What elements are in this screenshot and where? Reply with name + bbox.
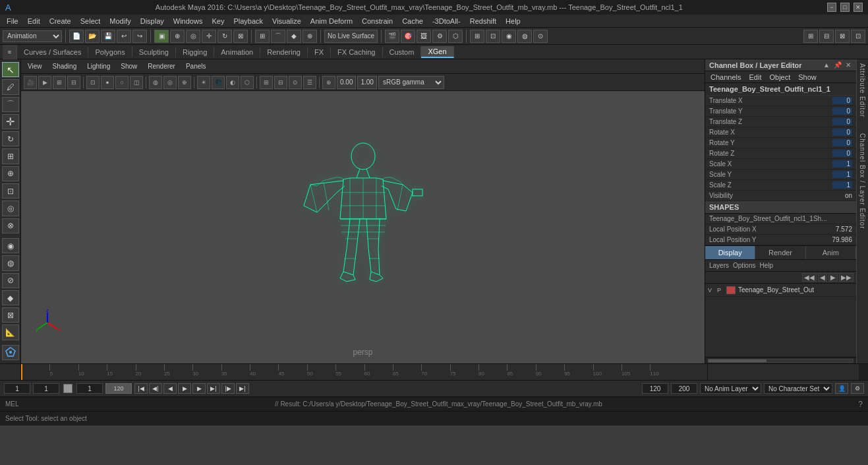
layout-btn-2[interactable]: ⊟ — [819, 30, 834, 43]
tab-anim[interactable]: Anim — [806, 246, 856, 259]
channel-translate-x[interactable]: Translate X 0 — [705, 96, 856, 106]
menu-create[interactable]: Create — [45, 16, 75, 26]
panel-pin-btn[interactable]: 📌 — [832, 61, 843, 69]
channel-visibility[interactable]: Visibility on — [705, 191, 856, 201]
channel-rotate-x[interactable]: Rotate X 0 — [705, 127, 856, 138]
panel-expand-btn[interactable]: ▲ — [822, 61, 831, 69]
window-controls[interactable]: − □ ✕ — [827, 3, 863, 12]
timeline-ruler[interactable]: (function() { const ruler = document.get… — [21, 364, 707, 380]
start-frame-input[interactable] — [4, 383, 30, 394]
pb-play-fwd[interactable]: ▶ — [192, 383, 206, 394]
panel-close-btn[interactable]: ✕ — [844, 61, 852, 69]
menu-constrain[interactable]: Constrain — [358, 16, 397, 26]
animation-preset-select[interactable]: Animation — [3, 30, 62, 42]
smooth-brush-button[interactable]: ◍ — [2, 255, 19, 270]
vi-hdr-btn[interactable]: ⬡ — [241, 76, 254, 89]
lasso-tool-button[interactable]: ⊕ — [170, 30, 185, 43]
ch-translate-y-val[interactable]: 0 — [832, 108, 852, 115]
scale-button[interactable]: ⊞ — [2, 148, 19, 164]
tab-xgen[interactable]: XGen — [421, 46, 453, 58]
snap-surface-button[interactable]: ⊕ — [303, 30, 317, 43]
ch-rotate-z-val[interactable]: 0 — [832, 150, 852, 157]
move-tool-button[interactable]: ✛ — [202, 30, 216, 43]
range-end-input[interactable] — [642, 383, 668, 394]
save-scene-button[interactable]: 💾 — [101, 30, 115, 43]
layout-btn-4[interactable]: ⊡ — [851, 30, 865, 43]
menu-3dtall[interactable]: -3DtoAll- — [428, 16, 465, 26]
vt-view[interactable]: View — [24, 62, 46, 71]
channel-scale-x[interactable]: Scale X 1 — [705, 159, 856, 170]
vi-flat-btn[interactable]: ○ — [115, 76, 129, 89]
vt-renderer[interactable]: Renderer — [144, 62, 179, 71]
vt-shading[interactable]: Shading — [49, 62, 81, 71]
module-tab-icon[interactable]: ≡ — [3, 45, 17, 59]
redo-button[interactable]: ↪ — [132, 30, 147, 43]
tab-animation[interactable]: Animation — [214, 47, 260, 57]
xray-button[interactable]: ◍ — [517, 30, 532, 43]
pb-goto-start[interactable]: |◀ — [134, 383, 148, 394]
menu-redshift[interactable]: Redshift — [466, 16, 500, 26]
settings-btn[interactable]: ⚙ — [851, 383, 864, 394]
no-live-surface-label[interactable]: No Live Surface — [324, 30, 378, 43]
ch-rotate-y-val[interactable]: 0 — [832, 139, 852, 146]
select-mode-button[interactable]: ↖ — [2, 62, 19, 77]
ch-menu-object[interactable]: Object — [767, 73, 793, 82]
menu-display[interactable]: Display — [136, 16, 168, 26]
vi-camera-btn[interactable]: 🎥 — [24, 76, 37, 89]
ch-translate-z-val[interactable]: 0 — [832, 118, 852, 125]
ch-menu-channels[interactable]: Channels — [708, 73, 743, 82]
grid-button[interactable]: ⊞ — [470, 30, 484, 43]
ch-translate-x-val[interactable]: 0 — [832, 97, 852, 104]
ch-menu-show[interactable]: Show — [796, 73, 819, 82]
gamma-select[interactable]: sRGB gamma — [378, 76, 444, 89]
channel-local-pos-x[interactable]: Local Position X 7.572 — [705, 224, 856, 235]
attribute-editor-tab[interactable]: Attribute Editor Channel Box / Layer Edi… — [856, 59, 868, 363]
isolate-button[interactable]: ⊙ — [533, 30, 548, 43]
scale-tool-button[interactable]: ⊠ — [233, 30, 248, 43]
layer-prev-prev-btn[interactable]: ◀◀ — [802, 273, 817, 282]
layer-row-item[interactable]: V P Teenage_Boy_Street_Out — [705, 284, 856, 297]
tab-rendering[interactable]: Rendering — [260, 47, 308, 57]
panel-buttons[interactable]: ▲ 📌 ✕ — [822, 61, 852, 69]
pb-prev-frame[interactable]: ◀ — [163, 383, 177, 394]
smooth-button[interactable]: ◉ — [502, 30, 516, 43]
new-scene-button[interactable]: 📄 — [69, 30, 84, 43]
ch-menu-edit[interactable]: Edit — [746, 73, 764, 82]
layer-scrollbar[interactable] — [705, 357, 856, 363]
menu-select[interactable]: Select — [76, 16, 105, 26]
rotate-tool-button[interactable]: ↻ — [217, 30, 232, 43]
layer-nav-button[interactable]: ⊠ — [2, 307, 19, 323]
tab-custom[interactable]: Custom — [383, 47, 422, 57]
channel-scale-z[interactable]: Scale Z 1 — [705, 180, 856, 191]
help-icon[interactable]: ? — [858, 400, 863, 409]
snap-point-button[interactable]: ◆ — [287, 30, 301, 43]
tab-curves-surfaces[interactable]: Curves / Surfaces — [17, 47, 88, 57]
anim-end-input[interactable] — [671, 383, 697, 394]
current-frame-input[interactable] — [33, 383, 59, 394]
vi-xray-btn[interactable]: ◍ — [149, 76, 162, 89]
paint-tool-button[interactable]: ◎ — [186, 30, 200, 43]
menu-edit[interactable]: Edit — [24, 16, 44, 26]
frame-num-input[interactable] — [76, 383, 103, 394]
pb-next-key[interactable]: |▶ — [221, 383, 235, 394]
move-button[interactable]: ✛ — [2, 114, 19, 129]
ch-scale-x-val[interactable]: 1 — [832, 160, 852, 168]
select-tool-button[interactable]: ▣ — [154, 30, 169, 43]
vi-gate-btn[interactable]: ⊞ — [53, 76, 66, 89]
channel-translate-y[interactable]: Translate Y 0 — [705, 106, 856, 117]
soft-mod-button[interactable]: ⊕ — [2, 166, 19, 181]
vi-shadow-btn[interactable]: 🌑 — [212, 76, 225, 89]
tab-render[interactable]: Render — [755, 246, 805, 259]
wireframe-button[interactable]: ⊡ — [486, 30, 500, 43]
channel-local-pos-y[interactable]: Local Position Y 79.986 — [705, 235, 856, 245]
channel-translate-z[interactable]: Translate Z 0 — [705, 117, 856, 127]
lasso-select-button[interactable]: ⌒ — [2, 97, 19, 112]
close-button[interactable]: ✕ — [854, 3, 863, 12]
timeline-playhead[interactable] — [21, 364, 22, 380]
channel-rotate-z[interactable]: Rotate Z 0 — [705, 148, 856, 159]
vi-display-btn[interactable]: ☰ — [303, 76, 316, 89]
pb-play-back[interactable]: ▶ — [178, 383, 191, 394]
char-btn[interactable]: 👤 — [835, 383, 848, 394]
gimbal-button[interactable]: ⊗ — [2, 218, 19, 233]
vt-lighting[interactable]: Lighting — [83, 62, 114, 71]
